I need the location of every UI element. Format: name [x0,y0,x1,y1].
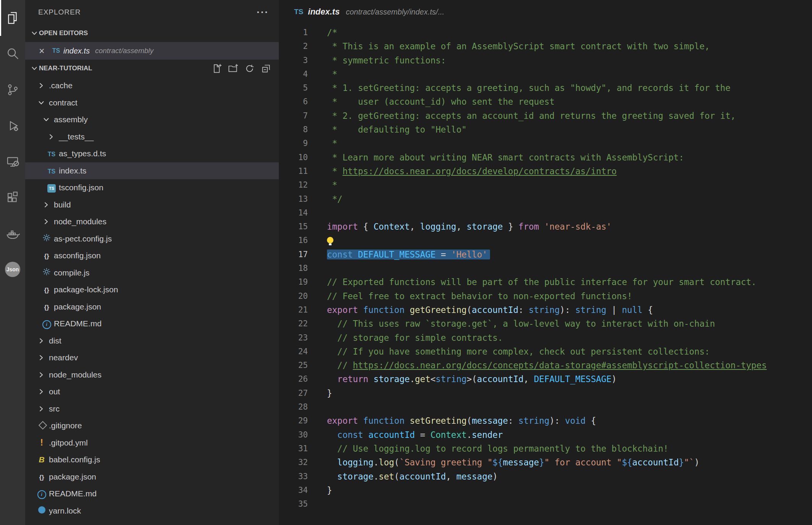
line-number-8[interactable]: 8 [279,123,308,136]
code-line-6[interactable]: 6 * user (account_id) who sent the reque… [279,95,812,109]
activity-bar-item-search[interactable] [0,36,25,72]
line-number-24[interactable]: 24 [279,345,308,358]
lightbulb-icon[interactable] [327,237,333,243]
code-line-25[interactable]: 25 // https://docs.near.org/docs/concept… [279,358,812,372]
code-line-20[interactable]: 20// Feel free to extract behavior to no… [279,289,812,303]
line-number-16[interactable]: 16 [279,233,308,247]
code-line-31[interactable]: 31 // Use logging.log to record logs per… [279,442,812,455]
tree-item-src[interactable]: src [25,400,279,418]
collapse-all-icon[interactable] [261,63,271,74]
line-number-32[interactable]: 32 [279,455,308,469]
tree-item-tests[interactable]: __tests__ [25,128,279,146]
code-line-18[interactable]: 18 [279,261,812,275]
code-line-26[interactable]: 26 return storage.get<string>(accountId,… [279,372,812,386]
tree-item-readme-md[interactable]: iREADME.md [25,315,279,332]
line-number-7[interactable]: 7 [279,109,308,123]
activity-bar-item-explorer[interactable] [0,0,25,36]
editor-title-bar[interactable]: TS index.ts contract/assembly/index.ts/.… [279,0,812,24]
code-line-16[interactable]: 16 [279,233,812,247]
code-line-30[interactable]: 30 const accountId = Context.sender [279,428,812,442]
line-number-28[interactable]: 28 [279,400,308,414]
line-number-35[interactable]: 35 [279,497,308,511]
line-number-2[interactable]: 2 [279,39,308,53]
tree-item-dist[interactable]: dist [25,332,279,350]
line-number-29[interactable]: 29 [279,414,308,428]
code-link[interactable]: https://docs.near.org/docs/concepts/data… [353,360,767,370]
tree-item-build[interactable]: build [25,196,279,214]
code-line-34[interactable]: 34} [279,483,812,497]
tree-item-out[interactable]: out [25,383,279,400]
line-number-3[interactable]: 3 [279,53,308,67]
code-line-29[interactable]: 29export function setGreeting(message: s… [279,414,812,428]
code-line-14[interactable]: 14 [279,206,812,220]
tree-item-gitignore[interactable]: .gitignore [25,417,279,434]
tree-item-node-modules[interactable]: node_modules [25,213,279,230]
code-line-3[interactable]: 3 * symmetric functions: [279,53,812,67]
tree-item-package-json[interactable]: {}package.json [25,468,279,486]
tree-item-gitpod-yml[interactable]: !.gitpod.yml [25,434,279,452]
code-line-21[interactable]: 21export function getGreeting(accountId:… [279,303,812,317]
code-line-12[interactable]: 12 * [279,178,812,192]
code-line-1[interactable]: 1/* [279,26,812,39]
tree-item-assembly[interactable]: assembly [25,111,279,128]
line-number-9[interactable]: 9 [279,136,308,150]
tree-item-contract[interactable]: contract [25,94,279,112]
tree-item-package-json[interactable]: {}package.json [25,298,279,316]
tree-item-as-types-d-ts[interactable]: TSas_types.d.ts [25,145,279,162]
code-line-19[interactable]: 19// Exported functions will be part of … [279,275,812,289]
code-line-23[interactable]: 23 // storage for simple contracts. [279,331,812,345]
line-number-15[interactable]: 15 [279,220,308,233]
line-number-10[interactable]: 10 [279,151,308,164]
tree-item-tsconfig-json[interactable]: TStsconfig.json [25,179,279,196]
close-icon[interactable]: × [39,46,51,56]
line-number-4[interactable]: 4 [279,67,308,81]
code-line-17[interactable]: 17const DEFAULT_MESSAGE = 'Hello' [279,248,812,261]
tree-item-readme-md[interactable]: iREADME.md [25,485,279,502]
line-number-33[interactable]: 33 [279,470,308,483]
new-folder-icon[interactable] [228,63,238,74]
line-number-17[interactable]: 17 [279,248,308,261]
new-file-icon[interactable] [212,63,222,74]
activity-bar-item-json-tools[interactable]: Json [0,251,25,287]
line-number-1[interactable]: 1 [279,26,308,39]
code-line-27[interactable]: 27} [279,386,812,400]
tree-item-asconfig-json[interactable]: {}asconfig.json [25,247,279,264]
code-link[interactable]: https://docs.near.org/docs/develop/contr… [343,166,617,176]
line-number-6[interactable]: 6 [279,95,308,109]
line-number-22[interactable]: 22 [279,317,308,331]
tree-item-babel-config-js[interactable]: Bbabel.config.js [25,451,279,468]
line-number-25[interactable]: 25 [279,358,308,372]
line-number-19[interactable]: 19 [279,275,308,289]
tree-item-index-ts[interactable]: TSindex.ts [25,162,279,180]
open-editor-index-ts[interactable]: × TS index.ts contract/assembly [25,42,279,60]
more-actions-icon[interactable]: ··· [257,7,269,17]
line-number-21[interactable]: 21 [279,303,308,317]
code-line-9[interactable]: 9 * [279,136,812,150]
activity-bar-item-remote-explorer[interactable] [0,144,25,180]
line-number-34[interactable]: 34 [279,483,308,497]
line-number-11[interactable]: 11 [279,164,308,178]
activity-bar-item-source-control[interactable] [0,72,25,108]
code-line-10[interactable]: 10 * Learn more about writing NEAR smart… [279,151,812,164]
tree-item-yarn-lock[interactable]: yarn.lock [25,502,279,520]
code-line-33[interactable]: 33 storage.set(accountId, message) [279,470,812,483]
tree-item-package-lock-json[interactable]: {}package-lock.json [25,281,279,298]
activity-bar-item-docker[interactable] [0,216,25,251]
tree-item-as-pect-config-js[interactable]: as-pect.config.js [25,230,279,248]
line-number-30[interactable]: 30 [279,428,308,442]
activity-bar-item-run-debug[interactable] [0,108,25,144]
line-number-14[interactable]: 14 [279,206,308,220]
code-line-22[interactable]: 22 // This uses raw `storage.get`, a low… [279,317,812,331]
line-number-12[interactable]: 12 [279,178,308,192]
tree-item-node-modules[interactable]: node_modules [25,366,279,384]
line-number-18[interactable]: 18 [279,261,308,275]
tree-item-neardev[interactable]: neardev [25,349,279,366]
line-number-27[interactable]: 27 [279,386,308,400]
code-line-32[interactable]: 32 logging.log(`Saving greeting "${messa… [279,455,812,469]
line-number-13[interactable]: 13 [279,192,308,206]
tree-item-compile-js[interactable]: compile.js [25,264,279,282]
refresh-icon[interactable] [244,63,255,74]
code-line-7[interactable]: 7 * 2. getGreeting: accepts an account_i… [279,109,812,123]
open-editors-section-header[interactable]: OPEN EDITORS [25,24,279,42]
code-line-35[interactable]: 35 [279,497,812,511]
